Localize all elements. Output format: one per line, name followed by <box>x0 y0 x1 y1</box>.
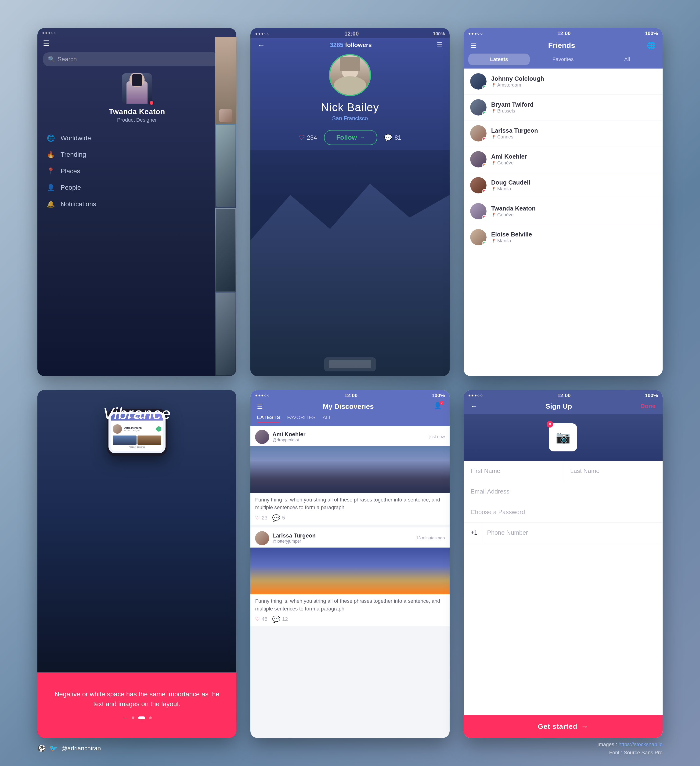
tab-all[interactable]: All <box>596 54 658 65</box>
mockup-photo-2 <box>137 435 161 445</box>
last-name-field[interactable] <box>563 461 663 481</box>
nav-item-notifications[interactable]: 🔔 Notifications <box>37 196 236 212</box>
nav-item-trending[interactable]: 🔥 Trending 22 <box>37 146 236 163</box>
friend-info: Bryant Twiford 📍 Brussels <box>491 101 656 114</box>
notification-icon-wrap[interactable]: 👤 2 <box>434 402 443 411</box>
friend-item[interactable]: Bryant Twiford 📍 Brussels <box>464 95 663 120</box>
status-bar-3: ●●●○○ 12:00 100% <box>464 28 663 39</box>
friend-info: Doug Caudell 📍 Manila <box>491 179 656 192</box>
mockup-photo-1 <box>113 435 136 445</box>
post-footer-2: ♡ 45 💬 12 <box>250 616 449 623</box>
profile-section: Twanda Keaton Product Designer <box>37 71 236 128</box>
mockup-avatar <box>113 424 122 434</box>
password-field[interactable] <box>464 502 663 522</box>
heart-icon: ♡ <box>299 134 305 141</box>
friend-info: Ami Koehler 📍 Genève <box>491 153 656 166</box>
like-icon-2: ♡ <box>255 616 260 622</box>
prev-arrow-icon[interactable]: ← <box>122 715 128 721</box>
location-pin-icon: 📍 <box>491 135 496 139</box>
phone-number-field[interactable] <box>487 522 656 543</box>
comment-action-2[interactable]: 💬 12 <box>272 616 288 623</box>
nav-item-places[interactable]: 📍 Places <box>37 163 236 179</box>
friend-avatar <box>470 99 487 116</box>
hamburger-icon[interactable]: ☰ <box>43 39 49 47</box>
comment-action-1[interactable]: 💬 5 <box>272 514 285 522</box>
pagination-dots: ← <box>122 715 152 721</box>
footer-images-link[interactable]: https://stocksnap.io <box>619 741 663 747</box>
friend-name: Johnny Colclough <box>491 75 656 82</box>
camera-icon: 📷 <box>556 430 570 444</box>
post-avatar-img <box>255 430 269 444</box>
profile-hero-name: Nick Bailey <box>321 101 379 114</box>
friend-info: Eloise Belville 📍 Manila <box>491 231 656 244</box>
friend-location: 📍 Manila <box>491 238 656 244</box>
tab-favorites[interactable]: Favorites <box>532 54 594 65</box>
tab-latests[interactable]: Latests <box>468 54 530 65</box>
card-signup: ●●●○○ 12:00 100% ← Sign Up Done 📷 × +1 <box>464 390 663 738</box>
footer-handle: @adrianchiran <box>61 745 101 752</box>
nav-item-people[interactable]: 👤 People 5 <box>37 179 236 196</box>
nav-label-places: Places <box>60 168 227 175</box>
like-action-1[interactable]: ♡ 23 <box>255 515 267 521</box>
friend-item[interactable]: Ami Koehler 📍 Genève <box>464 146 663 173</box>
like-action-2[interactable]: ♡ 45 <box>255 616 267 622</box>
friend-item[interactable]: Eloise Belville 📍 Manila <box>464 224 663 250</box>
tab-latests-disc[interactable]: LATESTS <box>257 415 280 423</box>
menu-icon[interactable]: ☰ <box>437 41 442 49</box>
status-dot <box>482 163 486 167</box>
phone-row: +1 <box>464 522 663 543</box>
post-body-1: Funny thing is, when you string all of t… <box>250 493 449 514</box>
friend-item[interactable]: Johnny Colclough 📍 Amsterdam <box>464 68 663 95</box>
post-meta-1: Ami Koehler @dropperidiot <box>272 431 426 443</box>
places-icon: 📍 <box>47 167 55 175</box>
back-button-signup[interactable]: ← <box>471 402 477 410</box>
tab-all-disc[interactable]: ALL <box>322 415 332 423</box>
side-thumb-4 <box>215 292 236 376</box>
search-icon: 🔍 <box>48 56 55 63</box>
email-field[interactable] <box>464 481 663 502</box>
side-thumb-3 <box>215 208 236 292</box>
trending-icon: 🔥 <box>47 151 55 158</box>
status-bar-2: ●●●○○ 12:00 100% <box>250 28 449 38</box>
profile-hero-city: San Francisco <box>332 115 368 122</box>
camera-x-icon: × <box>547 421 553 427</box>
friends-tabs: Latests Favorites All <box>464 54 663 68</box>
friend-item[interactable]: Larissa Turgeon 📍 Cannes <box>464 120 663 146</box>
back-button[interactable]: ← <box>258 41 265 49</box>
profile-background <box>250 150 449 376</box>
camera-button[interactable]: 📷 × <box>549 423 577 451</box>
nav-item-worldwide[interactable]: 🌐 Worldwide <box>37 130 236 146</box>
tab-favorites-disc[interactable]: FAVORITES <box>287 415 316 423</box>
mockup-profile: Detra Mcmunn Product Designer ✓ <box>113 423 161 435</box>
status-dot <box>482 137 486 141</box>
time-2: 12:00 <box>344 30 359 37</box>
friend-name: Doug Caudell <box>491 179 656 186</box>
friend-info: Twanda Keaton 📍 Genève <box>491 205 656 217</box>
get-started-button[interactable]: Get started → <box>464 715 663 738</box>
battery-6: 100% <box>645 392 658 399</box>
status-bar-5: ●●●○○ 12:00 100% <box>250 390 449 400</box>
dot-3 <box>149 716 152 719</box>
nav-list: 🌐 Worldwide 🔥 Trending 22 📍 Places 👤 Peo… <box>37 128 236 214</box>
location-pin-icon: 📍 <box>491 109 496 113</box>
profile-circle-avatar <box>329 54 371 96</box>
vibrance-caption: Negative or white space has the same imp… <box>49 689 225 709</box>
hamburger-icon-5[interactable]: ☰ <box>257 402 263 410</box>
post-header-2: Larissa Turgeon @lotteryjumper 13 minute… <box>250 527 449 548</box>
globe-icon[interactable]: 🌐 <box>647 41 656 50</box>
hamburger-icon-3[interactable]: ☰ <box>471 42 477 49</box>
done-button[interactable]: Done <box>640 402 656 410</box>
search-header: 🔍 Search ⚙ <box>37 49 236 71</box>
first-name-field[interactable] <box>464 461 563 481</box>
friend-item[interactable]: Doug Caudell 📍 Manila <box>464 173 663 198</box>
follow-button[interactable]: Follow → <box>324 130 377 145</box>
search-bar[interactable]: 🔍 Search <box>43 52 219 66</box>
side-thumb-2 <box>215 124 236 208</box>
online-indicator <box>149 100 154 106</box>
post-avatar-img-2 <box>255 531 269 545</box>
side-thumbnails <box>215 37 236 376</box>
friend-item[interactable]: Twanda Keaton 📍 Genève <box>464 198 663 224</box>
side-thumb-1 <box>215 37 236 124</box>
friend-name: Eloise Belville <box>491 231 656 238</box>
signal-3: ●●●○○ <box>468 31 483 36</box>
